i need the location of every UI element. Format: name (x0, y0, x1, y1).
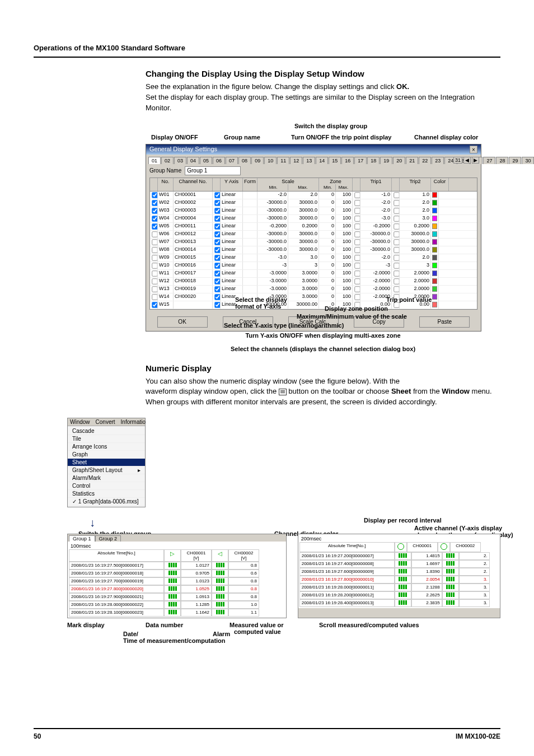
cell-smax[interactable]: 30000.0 (288, 199, 319, 207)
cell-zmin[interactable]: 0 (319, 192, 336, 199)
sheet-row[interactable]: 2008/01/23 16:19:28.100[00000023]1.16421… (69, 609, 285, 617)
cell-t1[interactable]: -2.0000 (360, 286, 392, 293)
row-check[interactable] (150, 207, 158, 214)
trip2-check[interactable] (392, 192, 400, 199)
table-row[interactable]: W04CH00004Linear-30000.030000.00100-3.03… (150, 215, 477, 223)
trip1-check[interactable] (353, 223, 360, 230)
group-tab-17[interactable]: 17 (354, 157, 367, 164)
trip2-check[interactable] (392, 199, 400, 207)
cell-t2[interactable]: 2.0 (400, 207, 431, 214)
cell-zmax[interactable]: 100 (336, 231, 353, 238)
cell-zmax[interactable]: 100 (336, 246, 353, 254)
sheet-row[interactable]: 2008/01/23 16:19:27.200[00000007]1.48152… (299, 552, 499, 560)
cell-smin[interactable]: -30000.0 (257, 199, 288, 207)
cell-smin[interactable]: -30000.0 (257, 231, 288, 238)
table-row[interactable]: W02CH00002Linear-30000.030000.00100-2.02… (150, 199, 477, 207)
cell-t2[interactable]: 30000.0 (400, 239, 431, 246)
cell-smax[interactable]: 3.0000 (288, 286, 319, 293)
row-check[interactable] (150, 199, 158, 207)
cell-zmin[interactable]: 0 (319, 239, 336, 246)
group-tab-03[interactable]: 03 (174, 157, 186, 164)
yaxis-check[interactable] (213, 254, 221, 262)
cell-color[interactable] (431, 199, 439, 207)
trip1-check[interactable] (353, 239, 360, 246)
yaxis-check[interactable] (213, 301, 221, 309)
menu-item[interactable]: Graph/Sheet Layout ▸ (68, 466, 145, 474)
cell-zmax[interactable]: 100 (336, 207, 353, 214)
cell-ch[interactable]: CH00004 (174, 215, 213, 222)
cell-color[interactable] (431, 215, 439, 222)
paste-button[interactable]: Paste (419, 316, 470, 328)
row-check[interactable] (150, 301, 158, 309)
nav-tri-l2[interactable]: ◁ (218, 550, 222, 557)
cell-color[interactable] (431, 270, 439, 277)
cell-ch[interactable]: CH00014 (174, 246, 213, 254)
menu-item[interactable]: Graph (68, 451, 145, 459)
cell-form[interactable]: Linear (221, 270, 243, 277)
cell-zmin[interactable]: 0 (319, 199, 336, 207)
tab-group2[interactable]: Group 2 (95, 535, 121, 542)
cell-color[interactable] (431, 286, 439, 293)
cell-smax[interactable]: 30000.0 (288, 231, 319, 238)
cell-form-icon[interactable] (243, 215, 257, 222)
cell-color[interactable] (431, 192, 439, 199)
cell-t2[interactable]: 1.0 (400, 192, 431, 199)
table-row[interactable]: W07CH00013Linear-30000.030000.00100-3000… (150, 239, 477, 246)
row-check[interactable] (150, 262, 158, 269)
tab-nav-btn[interactable]: ▶ (472, 157, 479, 164)
trip1-check[interactable] (353, 199, 360, 207)
sheet-row[interactable]: 2008/01/23 16:19:27.600[00000018]0.97050… (69, 570, 285, 577)
group-tab-06[interactable]: 06 (213, 157, 225, 164)
menu-item[interactable]: Statistics (68, 490, 145, 498)
cell-t2[interactable]: 30000.0 (400, 246, 431, 254)
cell-form-icon[interactable] (243, 286, 257, 293)
row-check[interactable] (150, 215, 158, 222)
cell-form-icon[interactable] (243, 239, 257, 246)
cell-zmin[interactable]: 0 (319, 293, 336, 301)
group-tab-15[interactable]: 15 (329, 157, 341, 164)
cell-zmax[interactable]: 100 (336, 262, 353, 269)
cell-form[interactable]: Linear (221, 254, 243, 262)
sheet-row[interactable]: 2008/01/23 16:19:27.700[00000019]1.01230… (69, 577, 285, 585)
cell-ch[interactable]: CH00002 (174, 199, 213, 207)
yaxis-check[interactable] (213, 215, 221, 222)
tab-nav-btn[interactable]: 31 (453, 157, 462, 164)
menu-item[interactable]: Alarm/Mark (68, 474, 145, 482)
tab-nav[interactable]: 31◀▶ (453, 157, 479, 164)
cell-zmin[interactable]: 0 (319, 270, 336, 277)
cell-smax[interactable]: 30000.0 (288, 207, 319, 214)
cell-ch[interactable] (174, 301, 213, 309)
cell-color[interactable] (431, 246, 439, 254)
cell-form[interactable]: Linear (221, 192, 243, 199)
table-row[interactable]: W08CH00014Linear-30000.030000.00100-3000… (150, 246, 477, 254)
row-check[interactable] (150, 246, 158, 254)
cell-smax[interactable]: 3 (288, 262, 319, 269)
sheet-row[interactable]: 2008/01/23 16:19:28.400[00000013]2.38353… (299, 599, 499, 607)
cell-smax[interactable]: 3.0000 (288, 293, 319, 301)
yaxis-check[interactable] (213, 231, 221, 238)
cell-color[interactable] (431, 207, 439, 214)
trip2-check[interactable] (392, 286, 400, 293)
cell-zmax[interactable]: 100 (336, 254, 353, 262)
menu-item[interactable]: Cascade (68, 427, 145, 435)
cell-smax[interactable]: 0.2000 (288, 223, 319, 230)
cell-t2[interactable]: 3 (400, 262, 431, 269)
cell-smin[interactable]: -3.0000 (257, 278, 288, 285)
cell-smax[interactable]: 30000.00 (288, 301, 319, 309)
cell-form[interactable]: Linear (221, 239, 243, 246)
trip1-check[interactable] (353, 286, 360, 293)
cell-ch[interactable]: CH00020 (174, 293, 213, 301)
trip2-check[interactable] (392, 223, 400, 230)
group-tab-18[interactable]: 18 (367, 157, 380, 164)
cell-t2[interactable]: 2.0000 (400, 278, 431, 285)
cell-smin[interactable]: -2.0 (257, 192, 288, 199)
cell-smin[interactable]: -30000.0 (257, 239, 288, 246)
cell-smax[interactable]: 3.0000 (288, 278, 319, 285)
trip1-check[interactable] (353, 246, 360, 254)
group-tab-14[interactable]: 14 (316, 157, 328, 164)
yaxis-check[interactable] (213, 293, 221, 301)
cell-form[interactable]: Linear (221, 262, 243, 269)
menu-item[interactable]: Arrange Icons (68, 443, 145, 451)
cell-form-icon[interactable] (243, 207, 257, 214)
cell-ch[interactable]: CH00019 (174, 286, 213, 293)
